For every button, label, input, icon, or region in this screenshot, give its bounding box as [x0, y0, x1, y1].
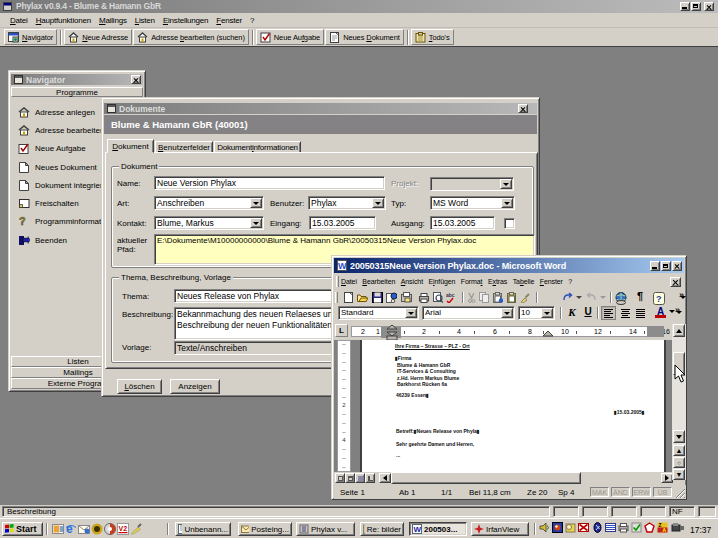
svg-text:abc: abc: [446, 292, 455, 298]
svg-text:?: ?: [656, 294, 662, 304]
svg-text:?: ?: [19, 216, 26, 227]
svg-text:V2: V2: [119, 525, 128, 532]
svg-text:Z: Z: [659, 522, 662, 528]
svg-text:W: W: [414, 525, 422, 534]
svg-text:A: A: [663, 527, 667, 533]
svg-text:W: W: [338, 261, 347, 271]
svg-text:e: e: [66, 523, 73, 535]
